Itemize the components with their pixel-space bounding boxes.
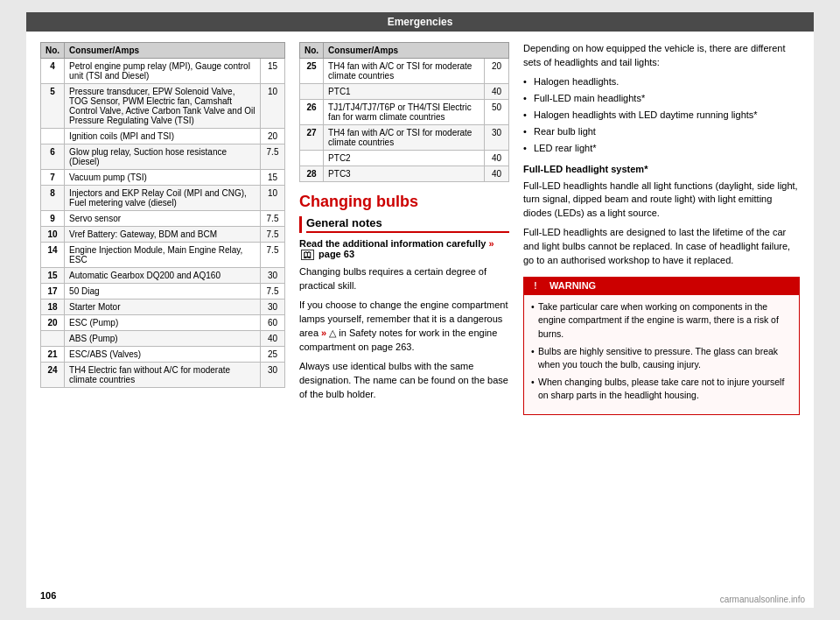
fuse-description: ESC (Pump)	[65, 315, 261, 331]
page: Emergencies No. Consumer/Amps 4Petrol en…	[26, 12, 814, 608]
fuse-amperage: 30	[485, 125, 509, 151]
fuse-description: TH4 fan with A/C or TSI for moderate cli…	[324, 59, 485, 84]
fuse-amperage: 10	[261, 186, 285, 211]
middle-column: No. Consumer/Amps 25TH4 fan with A/C or …	[299, 42, 509, 415]
table-row: 9Servo sensor7.5	[41, 211, 285, 227]
fuse-number: 18	[41, 299, 65, 315]
fuse-amperage: 7.5	[261, 243, 285, 268]
fuse-number: 9	[41, 211, 65, 227]
list-item: Rear bulb light	[523, 125, 800, 139]
list-item: Halogen headlights with LED daytime runn…	[523, 109, 800, 123]
table-row: 26TJ1/TJ4/TJ7/T6P or TH4/TSI Electric fa…	[300, 100, 509, 125]
fuse-number	[300, 151, 324, 166]
table-row: 14Engine Injection Module, Main Engine R…	[41, 243, 285, 268]
warning-items: Take particular care when working on com…	[531, 300, 792, 403]
fuse-description: Injectors and EKP Relay Coil (MPI and CN…	[65, 186, 261, 211]
table-row: 7Vacuum pump (TSI)15	[41, 170, 285, 186]
list-item: Full-LED main headlights*	[523, 92, 800, 106]
fuse-amperage: 50	[485, 100, 509, 125]
fuse-number: 10	[41, 227, 65, 243]
para3: Always use identical bulbs with the same…	[299, 360, 509, 402]
fuse-amperage: 40	[485, 84, 509, 100]
table-row: 1750 Diag7.5	[41, 284, 285, 299]
fuse-amperage: 25	[261, 347, 285, 363]
fuse-description: Pressure transducer, EPW Solenoid Valve,…	[65, 84, 261, 129]
table-row: 10Vref Battery: Gateway, BDM and BCM7.5	[41, 227, 285, 243]
warning-item: Take particular care when working on com…	[531, 300, 792, 341]
full-led-para1: Full-LED headlights handle all light fun…	[523, 180, 800, 222]
warning-header: ! WARNING	[524, 278, 799, 295]
table-row: 6Glow plug relay, Suction hose resistanc…	[41, 144, 285, 170]
table-row: 18Starter Motor30	[41, 299, 285, 315]
fuse-number: 20	[41, 315, 65, 331]
general-notes-title: General notes	[306, 216, 509, 233]
mid-col-consumer: Consumer/Amps	[324, 43, 509, 59]
fuse-description: PTC1	[324, 84, 485, 100]
fuse-amperage: 20	[261, 129, 285, 144]
fuse-number: 26	[300, 100, 324, 125]
para2: If you choose to change the engine compa…	[299, 299, 509, 355]
table-row: Ignition coils (MPI and TSI)20	[41, 129, 285, 144]
fuse-number: 7	[41, 170, 65, 186]
general-notes-wrapper: General notes	[299, 216, 509, 233]
full-led-para2: Full-LED headlights are designed to last…	[523, 226, 800, 268]
fuse-description: TJ1/TJ4/TJ7/T6P or TH4/TSI Electric fan …	[324, 100, 485, 125]
mid-col-no: No.	[300, 43, 324, 59]
fuse-description: Vref Battery: Gateway, BDM and BCM	[65, 227, 261, 243]
table-row: 20ESC (Pump)60	[41, 315, 285, 331]
fuse-description: Glow plug relay, Suction hose resistance…	[65, 144, 261, 170]
warning-box: ! WARNING Take particular care when work…	[523, 277, 800, 414]
table-row: 21ESC/ABS (Valves)25	[41, 347, 285, 363]
fuse-number	[41, 331, 65, 347]
fuse-number: 17	[41, 284, 65, 299]
warning-icon: !	[529, 280, 542, 292]
fuse-amperage: 40	[261, 331, 285, 347]
fuse-number: 8	[41, 186, 65, 211]
right-column: Depending on how equipped the vehicle is…	[523, 42, 800, 415]
arrow-icon: »	[488, 238, 494, 249]
fuse-description: Automatic Gearbox DQ200 and AQ160	[65, 268, 261, 284]
fuse-number: 15	[41, 268, 65, 284]
fuse-description: Vacuum pump (TSI)	[65, 170, 261, 186]
fuse-number: 6	[41, 144, 65, 170]
fuse-description: ESC/ABS (Valves)	[65, 347, 261, 363]
fuse-amperage: 7.5	[261, 284, 285, 299]
read-additional-info: Read the additional information carefull…	[299, 238, 509, 260]
left-column: No. Consumer/Amps 4Petrol engine pump re…	[40, 42, 285, 415]
arrow2-icon: »	[321, 328, 326, 338]
fuse-amperage: 30	[261, 299, 285, 315]
fuse-number: 28	[300, 166, 324, 182]
fuse-amperage: 15	[261, 59, 285, 84]
page-number: 106	[40, 590, 56, 601]
fuse-number	[300, 84, 324, 100]
list-item: LED rear light*	[523, 142, 800, 156]
fuse-description: ABS (Pump)	[65, 331, 261, 347]
intro-text: Depending on how equipped the vehicle is…	[523, 42, 800, 70]
header-title: Emergencies	[388, 16, 453, 28]
list-item: Halogen headlights.	[523, 75, 800, 89]
table-row: PTC240	[300, 151, 509, 166]
fuse-description: Servo sensor	[65, 211, 261, 227]
fuse-amperage: 30	[261, 268, 285, 284]
fuse-number	[41, 129, 65, 144]
fuse-description: Ignition coils (MPI and TSI)	[65, 129, 261, 144]
table-row: 8Injectors and EKP Relay Coil (MPI and C…	[41, 186, 285, 211]
fuse-description: PTC3	[324, 166, 485, 182]
table-row: 27TH4 fan with A/C or TSI for moderate c…	[300, 125, 509, 151]
book-icon: 🕮	[301, 250, 314, 260]
table-row: 25TH4 fan with A/C or TSI for moderate c…	[300, 59, 509, 84]
watermark: carmanualsonline.info	[720, 595, 805, 604]
para1: Changing bulbs requires a certain degree…	[299, 265, 509, 293]
fuse-description: Petrol engine pump relay (MPI), Gauge co…	[65, 59, 261, 84]
warning-item: Bulbs are highly sensitive to pressure. …	[531, 345, 792, 371]
left-fuse-table: No. Consumer/Amps 4Petrol engine pump re…	[40, 42, 285, 388]
fuse-amperage: 7.5	[261, 211, 285, 227]
fuse-amperage: 30	[261, 363, 285, 388]
left-col-no: No.	[41, 43, 65, 59]
middle-fuse-table: No. Consumer/Amps 25TH4 fan with A/C or …	[299, 42, 509, 182]
table-row: 4Petrol engine pump relay (MPI), Gauge c…	[41, 59, 285, 84]
fuse-number: 21	[41, 347, 65, 363]
fuse-description: Starter Motor	[65, 299, 261, 315]
section-title: Changing bulbs	[299, 193, 509, 211]
fuse-amperage: 10	[261, 84, 285, 129]
